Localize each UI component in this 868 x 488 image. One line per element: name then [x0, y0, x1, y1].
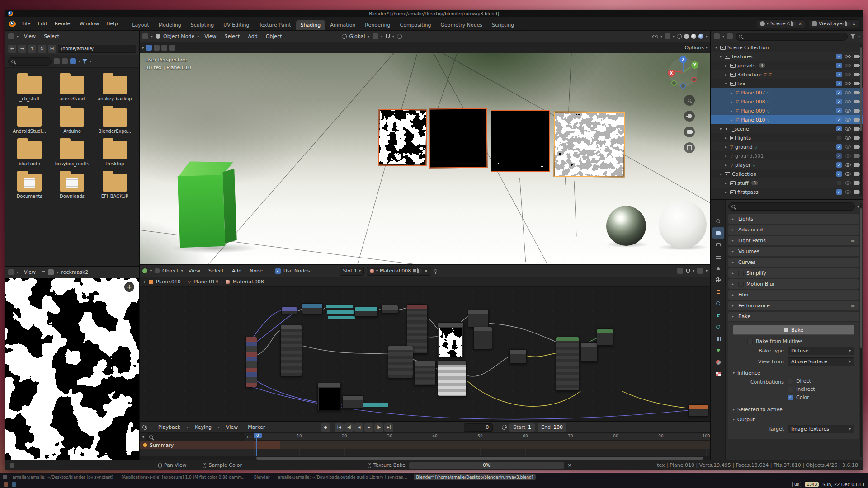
tab-uv-editing[interactable]: UV Editing — [219, 20, 254, 30]
tab-sculpting[interactable]: Sculpting — [186, 20, 218, 30]
next-keyframe-button[interactable]: |▶ — [374, 423, 383, 432]
parent-dir-button[interactable]: ↑ — [28, 45, 36, 53]
folder-item[interactable]: acers3fand — [51, 73, 93, 101]
new-folder-button[interactable]: ⊞ — [48, 45, 56, 53]
taskbar-window-active[interactable]: Blender* [/home/amalie/Desktop/blender/r… — [414, 474, 536, 480]
panel-light-paths[interactable]: ▸Light Paths≔ — [728, 236, 859, 245]
outliner-row-selected[interactable]: ▸▽Plane.009▽ ✓ — [711, 106, 863, 115]
texture-plane[interactable] — [378, 109, 427, 166]
shader-node[interactable] — [281, 307, 297, 314]
texture-plane[interactable] — [491, 110, 550, 172]
material-selector[interactable]: ▾ Material.008 × — [367, 267, 431, 276]
chrome-sphere[interactable] — [606, 206, 646, 246]
outliner-row[interactable]: ▸firstpass ✓ — [711, 188, 863, 197]
transform-orientation[interactable]: Global — [349, 33, 365, 39]
shader-type[interactable]: Object — [162, 268, 179, 274]
viewport-select-menu[interactable]: Select — [222, 33, 242, 40]
tab-texture-paint[interactable]: Texture Paint — [255, 20, 296, 30]
panel-simplify[interactable]: ▸Simplify — [728, 268, 859, 278]
editor-type-icon[interactable] — [142, 425, 147, 430]
shader-node[interactable] — [302, 303, 323, 314]
outliner-row[interactable]: ▸lights — [711, 133, 863, 142]
tab-geometry-nodes[interactable]: Geometry Nodes — [436, 20, 487, 30]
shader-node[interactable] — [688, 404, 708, 416]
select-lasso-tool-icon[interactable] — [169, 45, 175, 51]
camera-view-button[interactable] — [684, 127, 695, 137]
file-browser-select-menu[interactable]: Select — [41, 33, 62, 40]
expand-icon[interactable]: ↔ — [247, 434, 251, 440]
timeline-ruler[interactable]: 10 20 30 40 50 60 70 80 90 100 — [254, 433, 710, 441]
jump-end-button[interactable]: ▶| — [384, 423, 393, 432]
breadcrumb-object[interactable]: Plane.010 — [156, 279, 181, 285]
properties-search-input[interactable] — [728, 202, 855, 211]
panel-film[interactable]: ▸Film — [728, 290, 859, 300]
fake-user-icon[interactable] — [413, 269, 416, 273]
shader-node[interactable] — [597, 328, 613, 346]
navigation-gizmo[interactable]: X Y Z — [669, 58, 698, 87]
scene-tab-icon[interactable] — [712, 263, 724, 274]
view-layer-selector[interactable]: ViewLayer × — [809, 19, 859, 28]
snap-icon[interactable] — [686, 269, 690, 273]
list-view-icon[interactable] — [54, 58, 60, 64]
panel-lights[interactable]: ▸Lights — [728, 214, 859, 224]
frame-start-field[interactable]: Start1 — [509, 423, 535, 432]
viewport-canvas[interactable]: User Perspective (0) tex | Plane.010 — [140, 53, 710, 264]
simplify-checkbox[interactable] — [738, 271, 744, 276]
constraints-tab-icon[interactable] — [712, 333, 724, 344]
viewport-add-menu[interactable]: Add — [245, 33, 260, 40]
view-from-dropdown[interactable]: Above Surface▾ — [788, 357, 854, 366]
node-view-menu[interactable]: View — [186, 267, 203, 275]
expand-icon[interactable]: ▸ — [142, 46, 144, 50]
viewport-object-menu[interactable]: Object — [263, 33, 285, 40]
outliner-row[interactable]: ▸3dtexture▽▽ ✓ — [711, 70, 863, 79]
use-nodes-checkbox[interactable]: ✓ — [275, 268, 281, 274]
panel-volumes[interactable]: ▸Volumes — [728, 247, 859, 256]
path-input[interactable] — [58, 45, 136, 53]
editor-type-icon[interactable] — [142, 268, 147, 273]
breadcrumb-mesh[interactable]: Plane.014 — [193, 279, 218, 285]
close-icon[interactable]: × — [852, 21, 856, 26]
contrib-color-checkbox[interactable]: ✓ — [788, 395, 793, 400]
summary-channel[interactable]: Summary — [140, 441, 254, 449]
shader-node[interactable] — [468, 310, 489, 328]
node-graph-canvas[interactable] — [140, 287, 710, 421]
timeline-view-menu[interactable]: View — [222, 423, 241, 432]
folder-item[interactable]: Downloads — [51, 171, 93, 199]
copy-material-icon[interactable] — [418, 269, 422, 273]
motion-blur-checkbox[interactable] — [738, 282, 744, 287]
z-axis-dot[interactable]: Z — [679, 56, 687, 63]
select-circle-tool-icon[interactable] — [161, 45, 167, 51]
chevron-down-icon[interactable]: ▾ — [857, 205, 859, 209]
outliner-row[interactable]: ▾textures ✓ — [711, 52, 863, 61]
keyboard-layout-indicator[interactable]: us — [792, 482, 801, 487]
material-tab-icon[interactable] — [712, 357, 724, 368]
folder-item[interactable]: EFI_BACKUP — [94, 171, 136, 199]
outliner-row[interactable]: ▾Scene Collection — [711, 43, 863, 52]
properties-scrollbar[interactable] — [860, 203, 862, 457]
folder-item[interactable]: Arduino — [51, 106, 93, 134]
texture-tab-icon[interactable] — [712, 368, 724, 380]
blender-menu-icon[interactable] — [9, 21, 16, 27]
timeline-scrollbar[interactable] — [140, 456, 710, 460]
breadcrumb-material[interactable]: Material.008 — [233, 279, 264, 285]
texture-plane-active[interactable] — [553, 111, 625, 177]
gizmos-toggle-icon[interactable] — [665, 33, 670, 39]
record-button[interactable]: ● — [321, 423, 330, 432]
jump-start-button[interactable]: |◀ — [335, 423, 344, 432]
contrib-direct-checkbox[interactable] — [788, 379, 793, 384]
shader-node-image[interactable] — [438, 322, 464, 357]
node-add-menu[interactable]: Add — [229, 267, 244, 275]
prev-keyframe-button[interactable]: ◀| — [344, 423, 354, 432]
outliner-search-input[interactable] — [736, 33, 848, 41]
editor-type-icon[interactable] — [8, 33, 14, 39]
taskbar-tray-icon[interactable] — [4, 482, 8, 487]
hamburger-icon[interactable]: ≡ — [41, 269, 45, 275]
shader-node-collapsed[interactable] — [363, 403, 389, 408]
output-subpanel[interactable]: ▾Output — [733, 417, 854, 422]
add-image-button[interactable]: + — [124, 282, 134, 292]
selected-to-active-subpanel[interactable]: ▸Selected to Active — [733, 407, 854, 413]
frame-end-field[interactable]: End100 — [538, 423, 566, 432]
editor-corner-icon[interactable] — [10, 463, 14, 468]
detail-view-icon[interactable] — [62, 58, 68, 64]
pin-icon[interactable] — [434, 269, 437, 272]
